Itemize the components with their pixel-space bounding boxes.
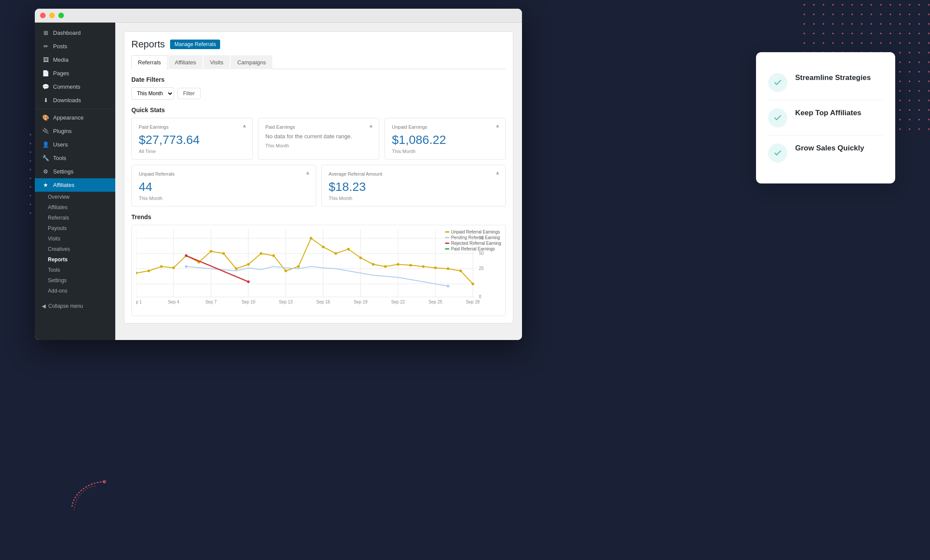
- submenu-reports[interactable]: Reports: [35, 254, 115, 265]
- sidebar-item-label: Downloads: [53, 97, 81, 103]
- submenu-visits[interactable]: Visits: [35, 233, 115, 244]
- stat-label: Unpaid Referrals: [139, 171, 309, 177]
- affiliates-icon: ★: [42, 182, 50, 188]
- mac-window: ⊞ Dashboard ✏ Posts 🖼 Media 📄 Pages 💬 Co…: [35, 9, 522, 340]
- svg-text:Sep 13: Sep 13: [279, 300, 293, 304]
- trends-chart: Unpaid Referral Earnings Pending Referra…: [131, 225, 506, 316]
- minimize-btn[interactable]: [49, 13, 55, 18]
- feature-item-grow-sales: Grow Sales Quickly: [768, 136, 883, 170]
- reports-panel: Reports Manage Referrals Referrals Affil…: [124, 31, 513, 323]
- submenu-tools[interactable]: Tools: [35, 265, 115, 275]
- svg-text:Sep 16: Sep 16: [316, 300, 330, 304]
- svg-point-40: [397, 263, 399, 266]
- sidebar-item-label: Dashboard: [53, 30, 81, 36]
- feature-item-keep-top: Keep Top Affiliates: [768, 100, 883, 136]
- decorative-arc: [65, 473, 117, 525]
- svg-point-21: [160, 265, 163, 268]
- plugins-icon: 🔌: [42, 128, 50, 134]
- submenu-affiliates[interactable]: Affiliates: [35, 202, 115, 213]
- page-title: Reports: [131, 39, 165, 50]
- submenu-referrals[interactable]: Referrals: [35, 213, 115, 223]
- filter-button[interactable]: Filter: [177, 88, 201, 99]
- sidebar-item-label: Affiliates: [53, 182, 74, 188]
- media-icon: 🖼: [42, 57, 50, 63]
- sidebar-item-posts[interactable]: ✏ Posts: [35, 40, 115, 53]
- sidebar-item-comments[interactable]: 💬 Comments: [35, 80, 115, 93]
- submenu-overview[interactable]: Overview: [35, 192, 115, 202]
- feature-label-keep-top: Keep Top Affiliates: [795, 108, 861, 118]
- titlebar: [35, 9, 522, 23]
- tab-visits[interactable]: Visits: [204, 55, 230, 69]
- svg-point-20: [147, 270, 150, 272]
- settings-icon: ⚙: [42, 168, 50, 175]
- submenu-creatives[interactable]: Creatives: [35, 244, 115, 254]
- users-icon: 👤: [42, 141, 50, 148]
- trends-label: Trends: [131, 213, 506, 220]
- sidebar: ⊞ Dashboard ✏ Posts 🖼 Media 📄 Pages 💬 Co…: [35, 23, 115, 340]
- svg-point-36: [347, 248, 350, 250]
- svg-point-29: [260, 252, 262, 255]
- tab-referrals[interactable]: Referrals: [131, 55, 167, 69]
- sidebar-item-affiliates[interactable]: ★ Affiliates: [35, 178, 115, 192]
- stat-label: Average Referral Amount: [329, 171, 499, 177]
- svg-text:0: 0: [479, 294, 482, 299]
- sidebar-item-media[interactable]: 🖼 Media: [35, 53, 115, 67]
- date-filter-row: This Month Filter: [131, 87, 506, 100]
- svg-point-37: [359, 257, 362, 259]
- quick-stats-grid: Paid Earnings ▲ $27,773.64 All Time Paid…: [131, 118, 506, 160]
- sidebar-item-label: Plugins: [53, 128, 72, 134]
- sidebar-item-settings[interactable]: ⚙ Settings: [35, 165, 115, 178]
- sidebar-item-label: Users: [53, 141, 68, 148]
- svg-point-26: [222, 252, 225, 255]
- check-icon: [773, 113, 782, 122]
- appearance-icon: 🎨: [42, 114, 50, 121]
- stat-card-unpaid-referrals: Unpaid Referrals ▲ 44 This Month: [131, 165, 316, 207]
- svg-text:Sep 7: Sep 7: [205, 300, 217, 304]
- reports-header: Reports Manage Referrals: [131, 39, 506, 50]
- posts-icon: ✏: [42, 43, 50, 50]
- submenu-payouts[interactable]: Payouts: [35, 223, 115, 233]
- sidebar-item-pages[interactable]: 📄 Pages: [35, 67, 115, 80]
- tab-affiliates[interactable]: Affiliates: [168, 55, 203, 69]
- feature-check-keep-top: [768, 108, 787, 127]
- date-filter-select[interactable]: This Month: [131, 87, 174, 100]
- svg-point-25: [210, 250, 212, 253]
- svg-point-30: [272, 254, 275, 257]
- sidebar-item-downloads[interactable]: ⬇ Downloads: [35, 93, 115, 107]
- collapse-menu-button[interactable]: ◀ Collapse menu: [35, 300, 115, 313]
- tab-campaigns[interactable]: Campaigns: [231, 55, 272, 69]
- svg-point-50: [247, 280, 250, 283]
- svg-point-38: [372, 263, 375, 266]
- svg-point-19: [136, 272, 137, 274]
- svg-point-49: [185, 254, 187, 257]
- stat-value: $27,773.64: [139, 133, 245, 147]
- check-icon: [773, 149, 782, 157]
- stat-label: Paid Earnings: [139, 124, 245, 130]
- svg-text:Sep 19: Sep 19: [354, 300, 368, 304]
- close-btn[interactable]: [40, 13, 46, 18]
- stat-arrow: ▲: [495, 170, 500, 176]
- stat-arrow: ▲: [242, 123, 247, 129]
- feature-label-grow-sales: Grow Sales Quickly: [795, 143, 864, 153]
- tab-navigation: Referrals Affiliates Visits Campaigns: [131, 55, 506, 69]
- chart-svg: 75 50 25 0: [136, 230, 493, 306]
- tools-icon: 🔧: [42, 155, 50, 161]
- sidebar-item-tools[interactable]: 🔧 Tools: [35, 151, 115, 165]
- sidebar-item-users[interactable]: 👤 Users: [35, 138, 115, 151]
- sidebar-item-label: Posts: [53, 43, 67, 50]
- sidebar-item-label: Pages: [53, 70, 69, 77]
- submenu-settings[interactable]: Settings: [35, 275, 115, 286]
- stat-sub: This Month: [139, 196, 309, 201]
- sidebar-item-dashboard[interactable]: ⊞ Dashboard: [35, 26, 115, 40]
- svg-point-27: [235, 267, 238, 270]
- svg-text:75: 75: [479, 236, 484, 240]
- manage-referrals-button[interactable]: Manage Referrals: [170, 40, 220, 49]
- submenu-addons[interactable]: Add-ons: [35, 286, 115, 296]
- sidebar-item-appearance[interactable]: 🎨 Appearance: [35, 111, 115, 124]
- feature-check-grow-sales: [768, 143, 787, 163]
- svg-point-61: [103, 480, 106, 483]
- maximize-btn[interactable]: [58, 13, 64, 18]
- sidebar-item-plugins[interactable]: 🔌 Plugins: [35, 124, 115, 138]
- stat-card-paid-earnings-alltime: Paid Earnings ▲ $27,773.64 All Time: [131, 118, 253, 160]
- stat-value: $1,086.22: [392, 133, 498, 147]
